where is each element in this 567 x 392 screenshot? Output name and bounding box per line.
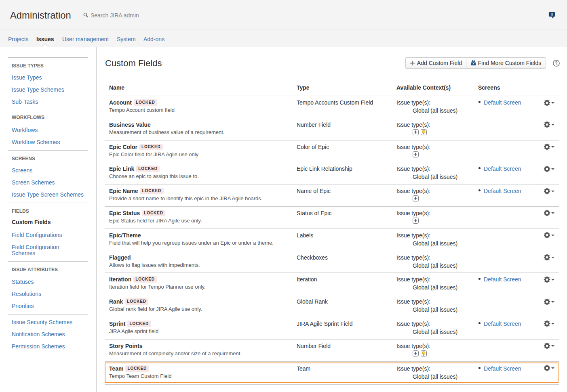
- svg-text:?: ?: [555, 61, 557, 65]
